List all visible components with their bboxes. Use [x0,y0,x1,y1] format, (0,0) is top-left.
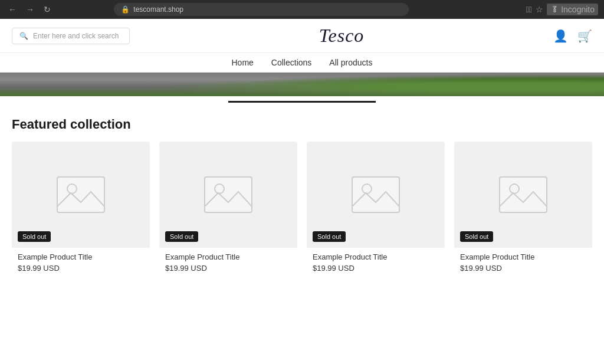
hero-banner [0,73,604,96]
product-price: $19.99 USD [313,264,439,273]
product-info: Example Product Title $19.99 USD [307,248,445,277]
product-info: Example Product Title $19.99 USD [454,248,592,277]
placeholder-image-icon [349,174,402,215]
account-icon[interactable]: 👤 [553,29,568,43]
placeholder-image-icon [54,174,107,215]
product-card[interactable]: Sold out Example Product Title $19.99 US… [454,142,592,277]
sold-out-badge: Sold out [313,231,346,242]
product-image: Sold out [159,142,297,248]
back-button[interactable]: ← [6,5,19,14]
svg-rect-6 [500,177,547,212]
search-placeholder: Enter here and click search [33,32,119,40]
product-price: $19.99 USD [460,264,586,273]
nav-home[interactable]: Home [232,58,254,67]
browser-right-icons: 👁̸ ☆ 🨯 Incognito [526,4,598,15]
url-text: tescomant.shop [133,5,183,14]
header-icons: 👤 🛒 [553,29,592,43]
divider-line [228,101,376,103]
star-icon[interactable]: ☆ [536,5,543,14]
sold-out-badge: Sold out [18,231,51,242]
featured-title: Featured collection [12,117,592,132]
main-nav: Home Collections All products [0,53,604,73]
sold-out-badge: Sold out [460,231,493,242]
forward-button[interactable]: → [24,5,37,14]
product-image: Sold out [12,142,150,248]
incognito-icon: 🨯 [550,5,559,14]
incognito-badge: 🨯 Incognito [547,4,598,15]
svg-rect-4 [352,177,399,212]
product-title: Example Product Title [18,252,144,261]
browser-chrome: ← → ↻ 🔒 tescomant.shop 👁̸ ☆ 🨯 Incognito [0,0,604,19]
hero-divider [0,96,604,107]
featured-section: Featured collection Sold out Example Pro… [0,107,604,283]
eye-slash-icon[interactable]: 👁̸ [526,5,532,14]
search-icon: 🔍 [19,32,28,40]
product-title: Example Product Title [313,252,439,261]
product-price: $19.99 USD [18,264,144,273]
products-grid: Sold out Example Product Title $19.99 US… [12,142,592,277]
product-info: Example Product Title $19.99 USD [159,248,297,277]
nav-collections[interactable]: Collections [271,58,311,67]
product-card[interactable]: Sold out Example Product Title $19.99 US… [12,142,150,277]
search-bar[interactable]: 🔍 Enter here and click search [12,28,130,44]
cart-icon[interactable]: 🛒 [577,29,592,43]
lock-icon: 🔒 [121,5,130,14]
product-image: Sold out [454,142,592,248]
store-header: 🔍 Enter here and click search Tesco 👤 🛒 [0,19,604,53]
product-card[interactable]: Sold out Example Product Title $19.99 US… [159,142,297,277]
sold-out-badge: Sold out [165,231,198,242]
product-info: Example Product Title $19.99 USD [12,248,150,277]
product-image: Sold out [307,142,445,248]
incognito-label: Incognito [561,5,595,14]
product-title: Example Product Title [460,252,586,261]
placeholder-image-icon [202,174,255,215]
nav-all-products[interactable]: All products [329,58,372,67]
product-price: $19.99 USD [165,264,291,273]
product-card[interactable]: Sold out Example Product Title $19.99 US… [307,142,445,277]
product-title: Example Product Title [165,252,291,261]
url-bar[interactable]: 🔒 tescomant.shop [114,3,409,16]
svg-rect-0 [57,177,104,212]
placeholder-image-icon [497,174,550,215]
reload-button[interactable]: ↻ [41,5,53,14]
store-logo: Tesco [130,25,553,47]
svg-rect-2 [205,177,252,212]
